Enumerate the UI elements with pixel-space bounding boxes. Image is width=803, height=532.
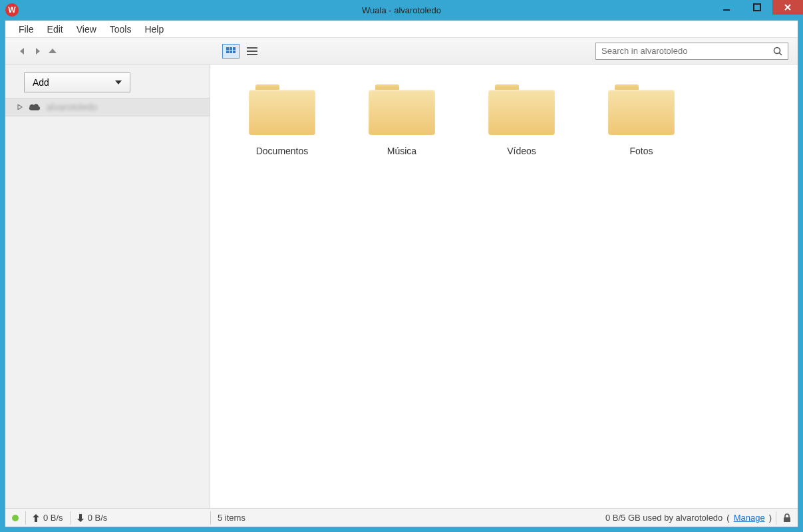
divider	[776, 511, 776, 525]
svg-line-17	[779, 53, 782, 55]
status-left: 0 B/s 0 B/s	[5, 509, 210, 527]
svg-rect-9	[233, 47, 236, 50]
divider	[25, 511, 26, 525]
minimize-button[interactable]	[711, 0, 742, 15]
cloud-icon	[28, 102, 41, 112]
upload-rate-value: 0 B/s	[43, 513, 63, 523]
folder-fotos[interactable]: Fotos	[581, 80, 701, 166]
window-controls	[711, 0, 803, 15]
menubar: File Edit View Tools Help	[5, 21, 798, 38]
svg-rect-12	[233, 51, 236, 53]
tree-root-label: alvarotoledo	[47, 102, 97, 112]
chevron-right-icon[interactable]	[17, 104, 23, 110]
menu-tools[interactable]: Tools	[103, 23, 138, 36]
folder-label: Fotos	[629, 146, 653, 156]
svg-marker-4	[20, 48, 24, 55]
close-button[interactable]	[772, 0, 803, 15]
maximize-button[interactable]	[742, 0, 772, 15]
up-button[interactable]	[48, 48, 57, 55]
lock-icon	[783, 513, 791, 523]
storage-text: 0 B/5 GB used by alvarotoledo	[605, 513, 723, 523]
svg-rect-11	[230, 51, 232, 53]
folder-label: Música	[387, 146, 416, 156]
svg-point-16	[774, 47, 780, 53]
folder-icon	[249, 84, 315, 135]
svg-marker-6	[49, 49, 57, 53]
svg-marker-19	[18, 104, 22, 110]
sidebar: Add alvarotoledo	[5, 65, 210, 508]
upload-rate: 0 B/s	[33, 513, 63, 523]
view-switcher	[210, 44, 261, 59]
menu-edit[interactable]: Edit	[41, 23, 70, 36]
folder-icon	[608, 84, 675, 135]
manage-link[interactable]: Manage	[734, 513, 765, 523]
nav-area	[5, 38, 210, 64]
status-indicator-icon	[12, 515, 19, 521]
folder-grid: Documentos Música Vídeos Fotos	[222, 80, 786, 166]
arrow-up-icon	[33, 514, 39, 522]
paren-open: (	[726, 513, 729, 523]
app-icon: W	[5, 3, 19, 17]
search-box	[595, 43, 788, 60]
download-rate-value: 0 B/s	[88, 513, 108, 523]
svg-rect-1	[754, 4, 760, 11]
menu-file[interactable]: File	[12, 23, 41, 36]
svg-marker-5	[36, 48, 40, 55]
tree-root-item[interactable]: alvarotoledo	[5, 98, 210, 116]
menu-view[interactable]: View	[70, 23, 103, 36]
item-count: 5 items	[211, 513, 245, 523]
forward-button[interactable]	[33, 47, 41, 55]
svg-rect-10	[226, 51, 229, 53]
download-rate: 0 B/s	[77, 513, 108, 523]
window: W Wuala - alvarotoledo File Edit View To…	[0, 0, 803, 532]
statusbar: 0 B/s 0 B/s 5 items 0 B/5 GB used by alv…	[5, 508, 798, 527]
window-title: Wuala - alvarotoledo	[0, 5, 803, 15]
search-icon[interactable]	[768, 47, 788, 56]
menu-help[interactable]: Help	[138, 23, 170, 36]
chevron-down-icon	[115, 80, 122, 84]
search-input[interactable]	[596, 46, 768, 56]
svg-marker-20	[33, 514, 39, 522]
add-row: Add	[5, 65, 210, 98]
folder-label: Documentos	[256, 146, 309, 156]
divider	[70, 511, 71, 525]
main-pane[interactable]: Documentos Música Vídeos Fotos	[210, 65, 798, 508]
svg-marker-21	[77, 514, 84, 522]
svg-rect-8	[230, 47, 232, 50]
folder-label: Vídeos	[507, 146, 536, 156]
back-button[interactable]	[19, 47, 27, 55]
add-button[interactable]: Add	[24, 72, 130, 92]
titlebar: W Wuala - alvarotoledo	[0, 0, 803, 20]
folder-documentos[interactable]: Documentos	[222, 80, 342, 166]
icons-view-button[interactable]	[222, 44, 240, 59]
folder-icon	[369, 84, 435, 135]
folder-musica[interactable]: Música	[342, 80, 462, 166]
folder-videos[interactable]: Vídeos	[462, 80, 581, 166]
status-right: 0 B/5 GB used by alvarotoledo (Manage)	[605, 511, 798, 525]
window-inner: File Edit View Tools Help	[5, 20, 798, 527]
arrow-down-icon	[77, 514, 84, 522]
svg-rect-7	[226, 47, 229, 50]
add-label: Add	[33, 77, 49, 88]
content: Add alvarotoledo	[5, 65, 798, 508]
toolbar	[5, 38, 798, 65]
list-view-button[interactable]	[243, 44, 261, 59]
svg-rect-22	[784, 517, 790, 522]
svg-marker-18	[115, 80, 122, 84]
tree: alvarotoledo	[5, 98, 210, 116]
paren-close: )	[769, 513, 772, 523]
folder-icon	[488, 84, 555, 135]
